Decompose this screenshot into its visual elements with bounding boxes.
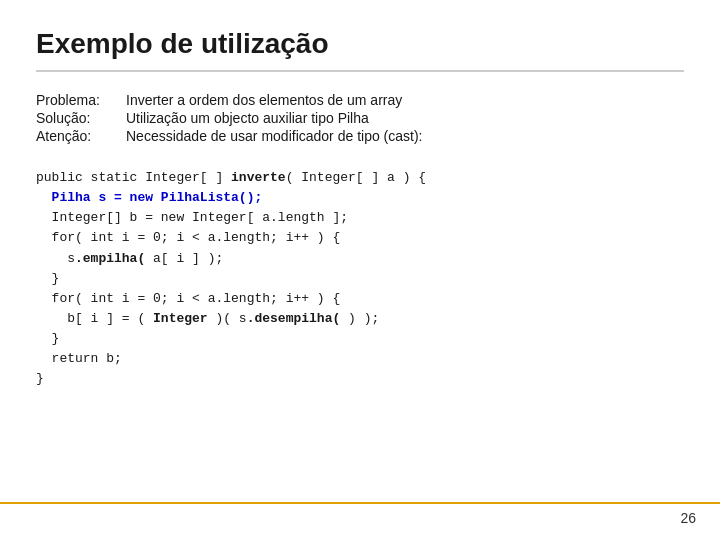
- code-block: public static Integer[ ] inverte( Intege…: [36, 168, 684, 390]
- problem-row-1: Problema: Inverter a ordem dos elementos…: [36, 92, 684, 108]
- code-line-11: }: [36, 369, 684, 389]
- problem-label-1: Problema:: [36, 92, 126, 108]
- code-line-5: s.empilha( a[ i ] );: [36, 249, 684, 269]
- code-line-4: for( int i = 0; i < a.length; i++ ) {: [36, 228, 684, 248]
- code-line-8: b[ i ] = ( Integer )( s.desempilha( ) );: [36, 309, 684, 329]
- code-line-7: for( int i = 0; i < a.length; i++ ) {: [36, 289, 684, 309]
- code-line-3: Integer[] b = new Integer[ a.length ];: [36, 208, 684, 228]
- slide: Exemplo de utilização Problema: Inverter…: [0, 0, 720, 540]
- problem-row-3: Atenção: Necessidade de usar modificador…: [36, 128, 684, 144]
- page-number: 26: [680, 510, 696, 526]
- problem-value-3: Necessidade de usar modificador de tipo …: [126, 128, 684, 144]
- problem-label-2: Solução:: [36, 110, 126, 126]
- problem-value-1: Inverter a ordem dos elementos de um arr…: [126, 92, 684, 108]
- code-line-1: public static Integer[ ] inverte( Intege…: [36, 168, 684, 188]
- code-line-6: }: [36, 269, 684, 289]
- slide-title: Exemplo de utilização: [36, 28, 684, 72]
- problem-row-2: Solução: Utilização um objecto auxiliar …: [36, 110, 684, 126]
- code-line-9: }: [36, 329, 684, 349]
- code-line-10: return b;: [36, 349, 684, 369]
- bottom-line: [0, 502, 720, 504]
- problem-table: Problema: Inverter a ordem dos elementos…: [36, 92, 684, 144]
- problem-label-3: Atenção:: [36, 128, 126, 144]
- problem-value-2: Utilização um objecto auxiliar tipo Pilh…: [126, 110, 684, 126]
- code-line-2: Pilha s = new PilhaLista();: [36, 188, 684, 208]
